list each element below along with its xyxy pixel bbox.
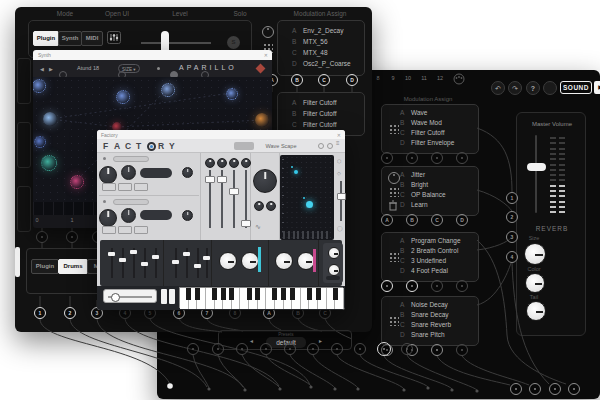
value-box[interactable] <box>118 183 132 191</box>
piano-key-black[interactable] <box>247 288 252 300</box>
chain-node-dot[interactable] <box>431 152 443 164</box>
ab-compare-icon[interactable] <box>318 143 324 149</box>
mod-slot[interactable]: COP Balance <box>400 190 446 200</box>
matrix-grid-icon[interactable] <box>388 251 399 262</box>
mod-matrix[interactable] <box>280 155 334 240</box>
matrix-node[interactable] <box>306 201 313 208</box>
piano-key-black[interactable] <box>212 288 217 300</box>
matrix-node[interactable] <box>291 166 293 168</box>
reverb-tail-knob[interactable] <box>526 301 546 321</box>
particle-orb[interactable] <box>43 112 57 126</box>
knob-icon[interactable] <box>388 172 400 184</box>
chain-node-D[interactable]: D <box>346 74 358 86</box>
tab-synth[interactable]: Synth <box>58 31 82 46</box>
preset-prev-button[interactable]: ◄ <box>249 338 254 344</box>
octave-button[interactable] <box>169 289 175 304</box>
solo-button[interactable]: S <box>227 36 240 49</box>
mod-slot[interactable]: BSnare Decay <box>400 310 449 320</box>
chain-node-dot[interactable] <box>66 231 78 243</box>
chain-node-dot[interactable] <box>212 343 224 355</box>
matrix-step-bars[interactable] <box>283 231 331 239</box>
chain-node-3[interactable]: 3 <box>506 231 518 243</box>
mod-slot[interactable]: BFilter Cutoff <box>292 109 336 119</box>
engine-mode-pill[interactable] <box>113 156 149 162</box>
mix-knob[interactable] <box>241 158 251 168</box>
mixer-fader[interactable] <box>229 188 239 195</box>
matrix-node[interactable] <box>294 170 298 174</box>
piano-key-black[interactable] <box>333 288 338 300</box>
mode-pill[interactable] <box>326 276 340 280</box>
piano-keyboard[interactable] <box>179 287 343 308</box>
value-box[interactable] <box>102 226 116 234</box>
value-box[interactable] <box>134 226 148 234</box>
size-dropdown[interactable]: SIZE ▾ <box>118 64 140 73</box>
chain-node-dot[interactable] <box>456 280 468 292</box>
mix-knob[interactable] <box>217 158 227 168</box>
menu-icon[interactable]: ≡ <box>336 140 340 146</box>
chain-node-B[interactable]: B <box>406 214 418 226</box>
mod-slot[interactable]: DFilter Envelope <box>400 138 454 148</box>
piano-key-black[interactable] <box>272 288 277 300</box>
wave-select-pill[interactable] <box>140 168 172 178</box>
close-icon[interactable]: ✕ <box>264 52 268 58</box>
mix-knob[interactable] <box>229 158 239 168</box>
preset-name[interactable]: Atund 18 <box>73 65 103 71</box>
mod-slot[interactable]: AWave <box>400 108 427 118</box>
chain-node-dot[interactable] <box>568 383 580 395</box>
chain-node-dot[interactable] <box>187 343 199 355</box>
fx-fader[interactable] <box>152 255 159 259</box>
value-box[interactable] <box>102 183 116 191</box>
preset-next-button[interactable]: ► <box>318 338 323 344</box>
chain-node-dot[interactable] <box>354 343 366 355</box>
mod-slot[interactable]: ANoise Decay <box>400 300 448 310</box>
mod-slot[interactable]: BMTX_56 <box>292 37 328 47</box>
particle-orb[interactable] <box>161 83 175 97</box>
chain-node-dot[interactable] <box>456 152 468 164</box>
fx-knob[interactable] <box>275 252 293 270</box>
particle-orb[interactable] <box>116 90 130 104</box>
particle-orb[interactable] <box>70 175 84 189</box>
chain-node-C[interactable]: C <box>431 214 443 226</box>
master-volume-handle[interactable] <box>527 163 546 171</box>
mod-slot[interactable]: BBright <box>400 180 428 190</box>
reverb-size-knob[interactable] <box>524 243 546 265</box>
factory-titlebar[interactable]: Factory ✕ <box>97 130 345 139</box>
reverb-color-knob[interactable] <box>525 273 545 293</box>
filter-cutoff-knob[interactable] <box>253 169 277 193</box>
play-button[interactable]: ▶ <box>594 81 600 94</box>
osc-knob[interactable] <box>121 208 136 223</box>
particle-orb[interactable] <box>33 79 46 93</box>
eq-settings-icon[interactable] <box>107 31 121 44</box>
chain-node-D[interactable]: D <box>456 214 468 226</box>
preset-bank-pill[interactable] <box>234 142 254 150</box>
circle-icon[interactable]: ◯ <box>337 225 343 231</box>
mixer-fader[interactable] <box>205 176 215 183</box>
particle-orb[interactable] <box>255 113 269 127</box>
hex-icon[interactable]: ⬡ <box>337 158 341 164</box>
chain-node-dot[interactable] <box>406 280 418 292</box>
matrix-grid-icon[interactable] <box>388 186 399 197</box>
output-fader[interactable] <box>337 193 346 200</box>
knob-icon[interactable] <box>262 26 274 38</box>
chain-node-dot[interactable] <box>260 343 272 355</box>
preset-name[interactable]: Wave Scape <box>259 143 303 149</box>
tab-plugin[interactable]: Plugin <box>31 259 59 274</box>
fx-fader[interactable] <box>203 256 210 260</box>
tab-midi[interactable]: MIDI <box>81 31 103 46</box>
mod-slot[interactable]: DOsc2_P_Coarse <box>292 59 351 69</box>
chain-node-dot[interactable] <box>381 280 393 292</box>
osc-knob[interactable] <box>121 165 136 180</box>
sound-button[interactable]: SOUND <box>560 81 592 94</box>
pitch-slider[interactable] <box>103 289 157 303</box>
chain-node-dot[interactable] <box>406 152 418 164</box>
fx-fader[interactable] <box>172 260 179 264</box>
chain-node-2[interactable]: 2 <box>506 211 518 223</box>
fx-fader[interactable] <box>119 258 126 262</box>
trash-icon[interactable] <box>388 200 398 211</box>
piano-key-black[interactable] <box>281 288 286 300</box>
osc-knob[interactable] <box>99 209 117 227</box>
fx-fader[interactable] <box>183 252 190 256</box>
undo-button[interactable]: ↶ <box>491 81 505 95</box>
mod-slot[interactable]: AJitter <box>400 170 425 180</box>
mixer-fader[interactable] <box>217 176 227 183</box>
